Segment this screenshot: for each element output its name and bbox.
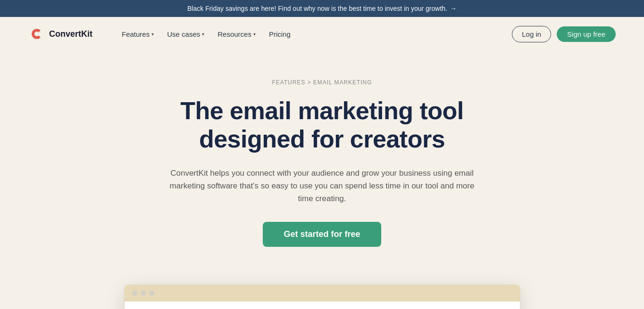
browser-topbar: [125, 285, 520, 301]
cta-button[interactable]: Get started for free: [263, 222, 381, 247]
nav-links: Features ▾ Use cases ▾ Resources ▾ Prici…: [116, 26, 498, 42]
nav-features[interactable]: Features ▾: [116, 26, 159, 42]
banner-arrow: →: [450, 5, 457, 12]
chevron-down-icon: ▾: [253, 32, 256, 37]
chevron-down-icon: ▾: [202, 32, 204, 37]
signup-button[interactable]: Sign up free: [557, 26, 616, 42]
banner-text: Black Friday savings are here! Find out …: [187, 5, 447, 12]
browser-content: Subscribers ⬇ ⊟: [125, 301, 520, 309]
announcement-banner: Black Friday savings are here! Find out …: [0, 0, 644, 17]
nav-usecases[interactable]: Use cases ▾: [161, 26, 210, 42]
logo-link[interactable]: ConvertKit: [28, 25, 92, 42]
window-dot-3: [149, 291, 154, 296]
navbar: ConvertKit Features ▾ Use cases ▾ Resour…: [0, 17, 644, 51]
nav-pricing[interactable]: Pricing: [263, 26, 296, 42]
nav-resources-label: Resources: [217, 30, 251, 38]
window-dot-2: [141, 291, 146, 296]
breadcrumb: FEATURES > EMAIL MARKETING: [152, 79, 492, 86]
nav-usecases-label: Use cases: [167, 30, 200, 38]
nav-pricing-label: Pricing: [269, 30, 291, 38]
chevron-down-icon: ▾: [151, 32, 154, 37]
hero-section: FEATURES > EMAIL MARKETING The email mar…: [143, 51, 502, 266]
browser-window: Subscribers ⬇ ⊟: [124, 285, 520, 309]
window-dot-1: [132, 291, 137, 296]
logo-icon: [28, 25, 45, 42]
nav-resources[interactable]: Resources ▾: [212, 26, 261, 42]
hero-description: ConvertKit helps you connect with your a…: [167, 167, 478, 205]
hero-title: The email marketing tool designed for cr…: [152, 97, 492, 154]
nav-actions: Log in Sign up free: [512, 26, 616, 42]
nav-features-label: Features: [122, 30, 150, 38]
login-button[interactable]: Log in: [512, 26, 551, 42]
logo-text: ConvertKit: [49, 29, 92, 39]
preview-wrap: Subscribers ⬇ ⊟: [115, 285, 530, 309]
svg-point-0: [28, 25, 45, 42]
